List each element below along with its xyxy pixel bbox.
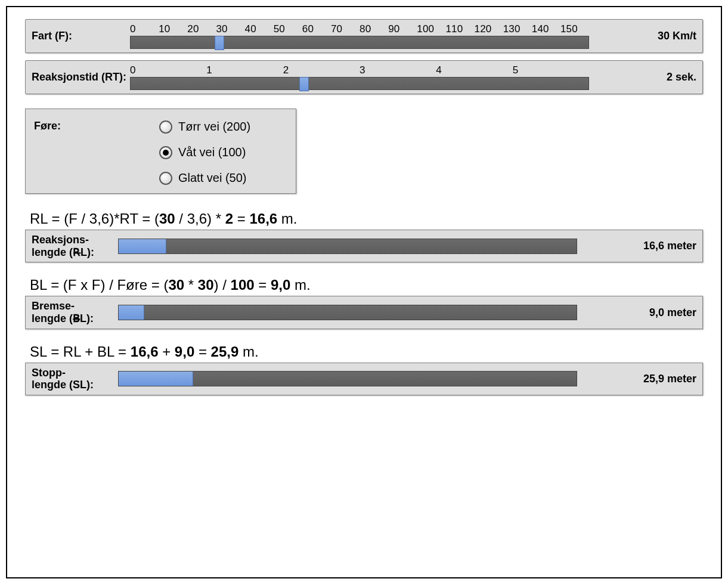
bl-bar-track — [118, 305, 577, 320]
rt-tick: 5 — [513, 64, 589, 76]
fore-option[interactable]: Våt vei (100) — [159, 146, 250, 159]
fore-option[interactable]: Tørr vei (200) — [159, 120, 250, 134]
fore-option-label: Glatt vei (50) — [178, 171, 246, 185]
fart-slider-col: 0102030405060708090100110120130140150 — [130, 23, 650, 49]
sl-bar-fill — [119, 372, 193, 386]
fart-thumb[interactable] — [215, 36, 224, 50]
fart-tick: 100 — [417, 23, 445, 35]
fart-track[interactable] — [130, 36, 589, 49]
fore-option-label: Våt vei (100) — [178, 146, 246, 159]
fart-tick: 60 — [302, 23, 331, 35]
fart-value: 30 Km/t — [650, 30, 696, 42]
fart-tick: 10 — [159, 23, 187, 35]
fart-label: Fart (F): — [32, 30, 130, 42]
rl-bar-track — [118, 239, 577, 254]
bl-bar-value: 9,0 meter — [642, 307, 696, 319]
rt-tick: 1 — [206, 64, 283, 76]
rt-thumb[interactable] — [299, 77, 309, 91]
bl-bar-panel: Bremse-lengde (B̶L): 9,0 meter — [25, 296, 703, 329]
rl-RT: 2 — [225, 211, 233, 227]
rt-track[interactable] — [130, 77, 589, 90]
rl-F: 30 — [159, 211, 175, 227]
fart-tick: 70 — [331, 23, 360, 35]
bl-bar-label: Bremse-lengde (B̶L): — [32, 300, 118, 324]
sl-formula: SL = RL + BL = 16,6 + 9,0 = 25,9 m. — [30, 343, 703, 360]
sl-bar-label: Stopp-lengde (SL): — [32, 367, 118, 391]
fart-tick: 20 — [187, 23, 216, 35]
fart-tick: 80 — [360, 23, 388, 35]
rl-formula: RL = (F / 3,6)*RT = (30 / 3,6) * 2 = 16,… — [30, 211, 703, 227]
rl-bar-panel: Reaksjons-lengde (R̶L): 16,6 meter — [25, 230, 703, 262]
rl-bar-fill — [119, 239, 166, 253]
rt-ticks: 012345 — [130, 64, 589, 76]
fart-tick: 30 — [216, 23, 244, 35]
fart-tick: 140 — [532, 23, 560, 35]
fore-option-label: Tørr vei (200) — [178, 120, 250, 134]
rt-value: 2 sek. — [659, 71, 696, 83]
fore-options: Tørr vei (200)Våt vei (100)Glatt vei (50… — [159, 120, 250, 185]
rt-tick: 3 — [360, 64, 436, 76]
fart-tick: 0 — [130, 23, 159, 35]
fart-ticks: 0102030405060708090100110120130140150 — [130, 23, 589, 35]
fart-tick: 90 — [388, 23, 417, 35]
rt-slider-col: 012345 — [130, 64, 659, 90]
fore-option[interactable]: Glatt vei (50) — [159, 171, 250, 185]
radio-icon[interactable] — [159, 172, 172, 185]
bl-formula: BL = (F x F) / Føre = (30 * 30) / 100 = … — [30, 277, 703, 293]
fart-tick: 150 — [560, 23, 589, 35]
fart-tick: 120 — [475, 23, 503, 35]
rl-bar-label: Reaksjons-lengde (R̶L): — [32, 234, 118, 258]
sl-bar-value: 25,9 meter — [636, 373, 696, 385]
rl-formula-text: RL = (F / 3,6)*RT = ( — [30, 211, 159, 227]
radio-icon[interactable] — [159, 120, 172, 134]
bl-bar-fill — [119, 305, 144, 320]
fart-tick: 130 — [503, 23, 532, 35]
sl-bar-panel: Stopp-lengde (SL): 25,9 meter — [25, 363, 703, 395]
fart-tick: 40 — [245, 23, 274, 35]
rt-tick: 4 — [436, 64, 512, 76]
fore-panel: Føre: Tørr vei (200)Våt vei (100)Glatt v… — [25, 109, 296, 194]
rt-tick: 0 — [130, 64, 206, 76]
rl-bar-value: 16,6 meter — [636, 240, 696, 252]
fart-tick: 50 — [274, 23, 302, 35]
rt-tick: 2 — [283, 64, 360, 76]
radio-icon[interactable] — [159, 146, 172, 159]
sl-bar-track — [118, 371, 577, 386]
rt-label: Reaksjonstid (RT): — [32, 71, 130, 83]
fart-panel: Fart (F): 010203040506070809010011012013… — [25, 19, 703, 53]
fore-label: Føre: — [34, 120, 159, 185]
rl-result: 16,6 — [249, 211, 277, 227]
fart-tick: 110 — [445, 23, 474, 35]
page-frame: Fart (F): 010203040506070809010011012013… — [6, 6, 722, 578]
rt-panel: Reaksjonstid (RT): 012345 2 sek. — [25, 60, 703, 94]
